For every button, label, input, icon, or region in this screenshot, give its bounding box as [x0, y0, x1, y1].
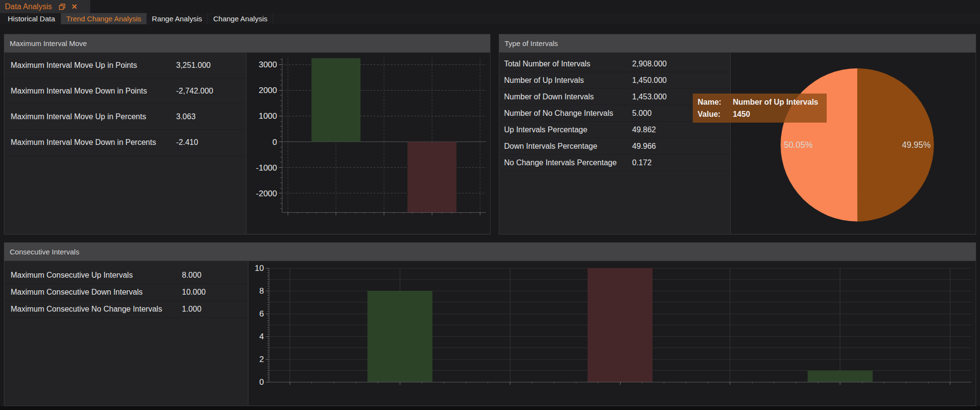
table-row[interactable]: Maximum Consecutive No Change Intervals1… [4, 301, 248, 318]
row-label: Maximum Interval Move Down in Points [11, 87, 147, 95]
svg-text:4: 4 [260, 332, 264, 341]
row-label: Maximum Consecutive No Change Intervals [11, 305, 162, 314]
table-row[interactable]: Maximum Consecutive Up Intervals8.000 [4, 267, 248, 284]
row-value: -2.410 [176, 138, 198, 147]
row-label: Number of No Change Intervals [504, 109, 613, 118]
row-value: 49.966 [632, 142, 656, 151]
svg-text:2000: 2000 [259, 86, 277, 95]
svg-text:10: 10 [255, 264, 264, 273]
svg-text:1000: 1000 [259, 111, 277, 121]
table-row[interactable]: Maximum Interval Move Down in Percents-2… [4, 130, 246, 156]
window-bottom-edge [0, 406, 980, 410]
row-value: -2,742.000 [176, 87, 213, 95]
close-icon[interactable]: ✕ [71, 3, 78, 10]
type-of-intervals-pie-chart[interactable]: 49.95%50.05% [731, 53, 976, 234]
panel-title: Type of Intervals [505, 39, 558, 47]
tooltip-value-label: Value: [698, 108, 731, 120]
tab-range-analysis[interactable]: Range Analysis [147, 13, 208, 24]
row-value: 1,450.000 [632, 76, 667, 85]
window-titlebar: Data Analysis ✕ [0, 0, 980, 13]
document-tab-title: Data Analysis [5, 2, 52, 11]
row-label: Maximum Interval Move Up in Percents [11, 112, 146, 121]
table-row[interactable]: Maximum Interval Move Up in Percents3.06… [4, 104, 246, 130]
row-label: Number of Up Intervals [504, 76, 584, 85]
row-label: No Change Intervals Percentage [504, 158, 617, 167]
panel-consecutive-intervals: Consecutive Intervals Maximum Consecutiv… [4, 242, 976, 406]
row-value: 1,453.000 [632, 93, 667, 101]
row-label: Total Number of Intervals [504, 60, 590, 68]
panel-title: Maximum Interval Move [10, 39, 87, 47]
svg-text:-2000: -2000 [256, 189, 277, 198]
tab-trend-change-analysis[interactable]: Trend Change Analysis [61, 13, 147, 24]
row-value: 8.000 [182, 271, 201, 280]
svg-text:3000: 3000 [259, 60, 277, 69]
tooltip-value-row: Value: 1450 [698, 108, 822, 120]
svg-text:0: 0 [273, 138, 277, 147]
panel-type-of-intervals: Type of Intervals Total Number of Interv… [499, 34, 976, 235]
float-window-icon[interactable] [59, 3, 65, 10]
svg-text:2: 2 [260, 355, 264, 364]
row-value: 0.172 [632, 158, 652, 167]
tooltip-value-value: 1450 [733, 110, 750, 118]
analysis-tabstrip: Historical Data Trend Change Analysis Ra… [0, 13, 980, 24]
row-value: 5.000 [632, 109, 652, 118]
maximum-interval-move-table: Maximum Interval Move Up in Points3,251.… [4, 53, 246, 234]
row-value: 3.063 [176, 112, 196, 121]
table-row[interactable]: Maximum Interval Move Down in Points-2,7… [4, 79, 246, 104]
chart-tooltip: Name: Number of Up Intervals Value: 1450 [693, 94, 827, 123]
tab-change-analysis[interactable]: Change Analysis [208, 13, 273, 24]
row-value: 1.000 [182, 305, 201, 314]
tab-historical-data[interactable]: Historical Data [2, 13, 61, 24]
data-analysis-window: Data Analysis ✕ Historical Data Trend Ch… [0, 0, 980, 410]
maximum-interval-move-bar-chart[interactable]: 3000200010000-1000-2000 [246, 53, 490, 234]
row-value: 10.000 [182, 288, 206, 297]
row-value: 3,251.000 [176, 61, 211, 70]
type-of-intervals-table: Total Number of Intervals2,908.000Number… [499, 53, 731, 234]
row-label: Maximum Interval Move Down in Percents [11, 138, 156, 147]
svg-text:0: 0 [260, 378, 264, 387]
row-label: Down Intervals Percentage [504, 142, 597, 151]
table-row[interactable]: Maximum Consecutive Down Intervals10.000 [4, 284, 248, 301]
svg-text:8: 8 [260, 286, 264, 296]
tooltip-name-label: Name: [698, 96, 731, 108]
panel-maximum-interval-move: Maximum Interval Move Maximum Interval M… [4, 34, 490, 235]
table-row[interactable]: Down Intervals Percentage49.966 [499, 138, 730, 155]
tooltip-name-row: Name: Number of Up Intervals [698, 96, 822, 108]
document-tab-data-analysis[interactable]: Data Analysis ✕ [0, 0, 90, 13]
table-row[interactable]: No Change Intervals Percentage0.172 [499, 155, 730, 171]
row-label: Maximum Consecutive Down Intervals [11, 288, 143, 297]
row-label: Maximum Interval Move Up in Points [11, 61, 137, 70]
panel-header-consecutive-intervals: Consecutive Intervals [4, 243, 976, 261]
consecutive-intervals-table: Maximum Consecutive Up Intervals8.000Max… [4, 261, 248, 405]
svg-text:49.95%: 49.95% [902, 140, 931, 150]
row-value: 2,908.000 [632, 60, 667, 68]
row-label: Up Intervals Percentage [504, 126, 588, 134]
table-row[interactable]: Up Intervals Percentage49.862 [499, 122, 730, 138]
panel-header-maximum-interval-move: Maximum Interval Move [4, 34, 490, 53]
table-row[interactable]: Number of Up Intervals1,450.000 [499, 72, 730, 89]
consecutive-intervals-bar-chart[interactable]: 1086420 [248, 261, 976, 405]
tooltip-name-value: Number of Up Intervals [733, 98, 818, 106]
table-row[interactable]: Total Number of Intervals2,908.000 [499, 56, 730, 72]
svg-text:6: 6 [260, 309, 264, 318]
table-row[interactable]: Maximum Interval Move Up in Points3,251.… [4, 53, 246, 79]
row-label: Maximum Consecutive Up Intervals [11, 271, 133, 280]
row-value: 49.862 [632, 126, 656, 134]
panel-header-type-of-intervals: Type of Intervals [499, 34, 976, 53]
panel-title: Consecutive Intervals [10, 248, 79, 256]
svg-text:50.05%: 50.05% [784, 140, 813, 150]
row-label: Number of Down Intervals [504, 93, 594, 101]
svg-text:-1000: -1000 [256, 163, 277, 173]
